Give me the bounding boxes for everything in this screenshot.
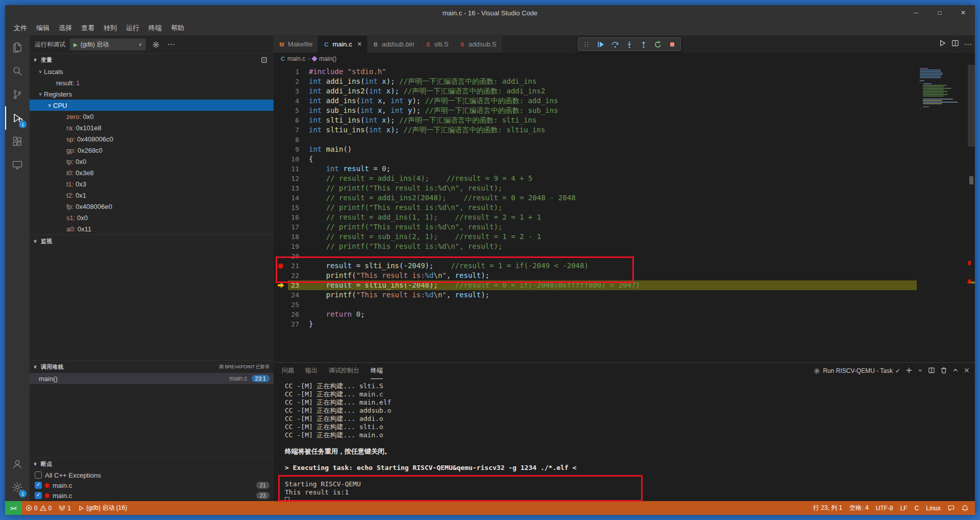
code-line-10[interactable]: 10{	[274, 154, 917, 164]
language-mode[interactable]: C	[911, 501, 923, 515]
code-line-11[interactable]: 11 int result = 0;	[274, 164, 917, 174]
gutter-12[interactable]	[274, 174, 288, 183]
register-row[interactable]: a0: 0x11	[30, 223, 274, 234]
gutter-16[interactable]	[274, 212, 288, 222]
registers-group[interactable]: ∨ Registers	[30, 88, 274, 100]
stop-icon[interactable]	[666, 38, 679, 51]
register-row[interactable]: s1: 0x0	[30, 212, 274, 223]
variables-header[interactable]: ∨ 变量	[30, 54, 274, 66]
register-row[interactable]: gp: 0x268c0	[30, 145, 274, 156]
gutter-20[interactable]	[274, 251, 288, 261]
settings-gear-icon[interactable]: 1	[5, 476, 30, 499]
gutter-15[interactable]	[274, 203, 288, 212]
close-panel-icon[interactable]	[964, 367, 970, 375]
debug-settings-gear-icon[interactable]	[150, 39, 161, 50]
breadcrumb[interactable]: C main.c › main()	[274, 53, 975, 65]
code-line-24[interactable]: 24 printf("This result is:%d\n", result)…	[274, 290, 917, 300]
variable-row[interactable]: result: 1	[30, 77, 274, 88]
code-line-14[interactable]: 14 // result = addi_ins2(2048); //result…	[274, 193, 917, 203]
breakpoint-checkbox[interactable]	[35, 471, 42, 479]
toolbar-drag-handle[interactable]	[580, 38, 593, 51]
scrollbar[interactable]	[968, 65, 975, 362]
gutter-21[interactable]	[274, 261, 288, 271]
breakpoint-row[interactable]: All C++ Exceptions	[30, 470, 274, 480]
notifications-bell-icon[interactable]	[958, 501, 972, 515]
feedback-icon[interactable]	[944, 501, 958, 515]
problems-indicator[interactable]: 0 0	[22, 501, 55, 515]
gutter-26[interactable]	[274, 310, 288, 319]
remote-os[interactable]: Linux	[922, 501, 944, 515]
terminal-task-selector[interactable]: Run RISCV-QEMU - Task ✓	[814, 367, 900, 374]
minimize-button[interactable]: ─	[904, 5, 928, 20]
menu-item-转到[interactable]: 转到	[99, 22, 121, 34]
code-line-19[interactable]: 19 // printf("This result is:%d\n", resu…	[274, 242, 917, 251]
gutter-4[interactable]	[274, 96, 288, 106]
code-line-4[interactable]: 4int add_ins(int x, int y); //声明一下汇编语言中的…	[274, 96, 917, 106]
ports-indicator[interactable]: 1	[55, 501, 75, 515]
gutter-1[interactable]	[274, 67, 288, 77]
gutter-23[interactable]	[274, 280, 288, 290]
tab-Makefile[interactable]: MMakefile	[274, 36, 318, 53]
breadcrumb-file[interactable]: main.c	[287, 55, 305, 62]
indentation[interactable]: 空格: 4	[846, 501, 872, 515]
code-line-8[interactable]: 8	[274, 135, 917, 145]
gutter-27[interactable]	[274, 319, 288, 329]
cpu-group[interactable]: ∨ CPU	[30, 100, 274, 111]
menu-item-文件[interactable]: 文件	[9, 22, 32, 34]
maximize-panel-icon[interactable]	[952, 367, 959, 375]
gutter-18[interactable]	[274, 232, 288, 242]
code-line-22[interactable]: 22 printf("This result is:%d\n", result)…	[274, 271, 917, 280]
gutter-8[interactable]	[274, 135, 288, 145]
search-icon[interactable]	[5, 59, 30, 83]
code-line-6[interactable]: 6int slti_ins(int x); //声明一下汇编语言中的函数: sl…	[274, 115, 917, 125]
split-editor-icon[interactable]	[951, 39, 959, 49]
gutter-22[interactable]	[274, 271, 288, 280]
panel-tab-输出[interactable]: 输出	[305, 363, 317, 379]
code-line-13[interactable]: 13 // printf("This result is:%d\n", resu…	[274, 183, 917, 193]
gutter-25[interactable]	[274, 300, 288, 310]
code-line-5[interactable]: 5int sub_ins(int x, int y); //声明一下汇编语言中的…	[274, 106, 917, 115]
tab-addsub.S[interactable]: Saddsub.S	[454, 36, 502, 53]
gutter-2[interactable]	[274, 77, 288, 86]
code-line-2[interactable]: 2int addi_ins(int x); //声明一下汇编语言中的函数: ad…	[274, 77, 917, 86]
close-icon[interactable]: ✕	[357, 41, 362, 48]
register-row[interactable]: t2: 0x1	[30, 190, 274, 201]
gutter-19[interactable]	[274, 242, 288, 251]
cursor-position[interactable]: 行 23, 列 1	[810, 501, 846, 515]
code-line-17[interactable]: 17 // printf("This result is:%d\n", resu…	[274, 222, 917, 232]
gutter-17[interactable]	[274, 222, 288, 232]
maximize-button[interactable]: □	[928, 5, 951, 20]
register-row[interactable]: t1: 0x3	[30, 178, 274, 190]
register-row[interactable]: tp: 0x0	[30, 156, 274, 167]
more-actions-icon[interactable]: ⋯	[964, 40, 972, 49]
step-out-icon[interactable]	[637, 38, 650, 51]
new-terminal-icon[interactable]	[905, 367, 913, 375]
encoding[interactable]: UTF-8	[872, 501, 897, 515]
breadcrumb-symbol[interactable]: main()	[319, 55, 336, 62]
gutter-11[interactable]	[274, 164, 288, 174]
code-line-27[interactable]: 27}	[274, 319, 917, 329]
code-line-9[interactable]: 9int main()	[274, 145, 917, 154]
code-line-3[interactable]: 3int addi_ins2(int x); //声明一下汇编语言中的函数: a…	[274, 86, 917, 96]
split-terminal-icon[interactable]	[928, 367, 935, 375]
register-row[interactable]: ra: 0x101e8	[30, 122, 274, 133]
gutter-6[interactable]	[274, 115, 288, 125]
collapse-all-icon[interactable]	[258, 54, 270, 65]
gutter-9[interactable]	[274, 145, 288, 154]
gutter-5[interactable]	[274, 106, 288, 115]
explorer-icon[interactable]	[5, 36, 30, 59]
panel-tab-问题[interactable]: 问题	[282, 363, 294, 379]
gutter-7[interactable]	[274, 125, 288, 135]
code-line-16[interactable]: 16 // result = add_ins(1, 1); //result =…	[274, 212, 917, 222]
breakpoint-checkbox[interactable]	[35, 492, 42, 499]
remote-indicator[interactable]: ><	[5, 501, 22, 515]
menu-item-终端[interactable]: 终端	[144, 22, 166, 34]
gutter-24[interactable]	[274, 290, 288, 300]
restart-icon[interactable]	[651, 38, 665, 51]
step-over-icon[interactable]	[608, 38, 622, 51]
breakpoint-row[interactable]: main.c21	[30, 480, 274, 490]
breakpoint-row[interactable]: main.c23	[30, 490, 274, 501]
accounts-icon[interactable]	[5, 452, 30, 476]
tab-main.c[interactable]: Cmain.c✕	[318, 36, 368, 53]
menu-item-帮助[interactable]: 帮助	[166, 22, 189, 34]
